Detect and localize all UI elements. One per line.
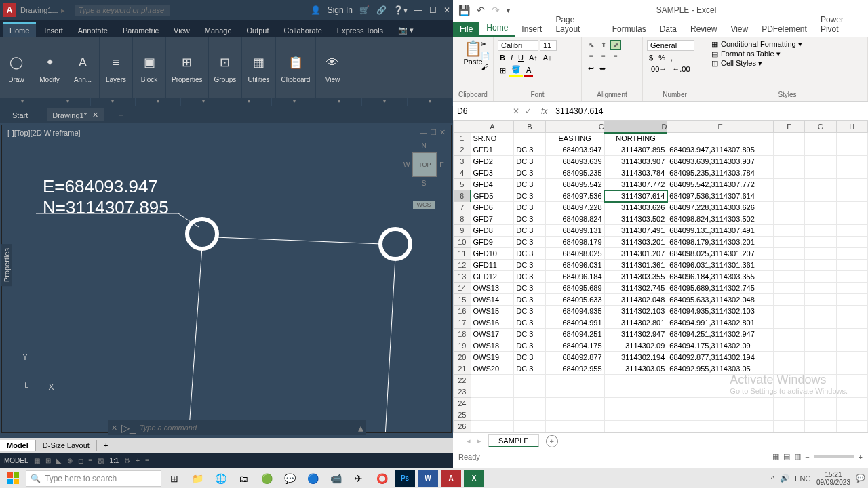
cell-a8[interactable]: GFD7: [471, 214, 514, 225]
acad-tab-express tools[interactable]: Express Tools: [330, 24, 390, 37]
cell-c20[interactable]: 684092.877: [545, 352, 604, 363]
row-header-8[interactable]: 8: [454, 214, 471, 225]
cell-a6[interactable]: GFD5: [471, 190, 514, 202]
ribbon-expand-icon[interactable]: ▾: [45, 98, 91, 106]
command-input[interactable]: [138, 422, 358, 433]
col-header-C[interactable]: C: [545, 121, 604, 133]
grow-font-icon[interactable]: A↑: [527, 53, 540, 62]
xl-tab-insert[interactable]: Insert: [515, 22, 549, 37]
cell-e6[interactable]: 684097.536,3114307.614: [667, 190, 774, 202]
row-header-2[interactable]: 2: [454, 144, 471, 156]
vp-close-icon[interactable]: ✕: [439, 128, 446, 137]
cell-c14[interactable]: 684095.689: [545, 283, 604, 294]
row-header-11[interactable]: 11: [454, 248, 471, 260]
cart-icon[interactable]: 🛒: [359, 5, 370, 15]
cell-a17[interactable]: OWS16: [471, 317, 514, 329]
node-2[interactable]: [378, 227, 412, 261]
ribbon-utilities[interactable]: ▦Utilities: [242, 37, 275, 98]
increase-decimal-icon[interactable]: .00→: [647, 64, 669, 74]
cell-b16[interactable]: DC 3: [514, 306, 545, 317]
zoom-out-icon[interactable]: −: [805, 453, 809, 461]
cell-d7[interactable]: 3114303.626: [604, 202, 667, 214]
drawing-tab[interactable]: Drawing1* ✕: [47, 108, 104, 121]
signin-icon[interactable]: 👤: [311, 5, 321, 15]
save-icon[interactable]: 💾: [458, 5, 470, 16]
undo-icon[interactable]: ↶: [477, 5, 485, 16]
cell-c15[interactable]: 684095.633: [545, 294, 604, 306]
cell-e11[interactable]: 684098.025,3114301.207: [667, 248, 774, 260]
copy-icon[interactable]: 📄: [481, 52, 490, 60]
font-size-select[interactable]: 11: [540, 40, 557, 51]
properties-palette-tab[interactable]: Properties: [1, 244, 12, 286]
network-icon[interactable]: 🔊: [780, 474, 789, 483]
row-header-24[interactable]: 24: [454, 398, 471, 409]
drawing-canvas[interactable]: [-][Top][2D Wireframe] — ☐ ✕ N W TOP E S…: [1, 125, 452, 433]
lineweight-icon[interactable]: ≡: [89, 457, 93, 464]
cell-d3[interactable]: 3114303.907: [604, 156, 667, 167]
osnap-icon[interactable]: ◻: [78, 457, 83, 464]
number-format-select[interactable]: General: [647, 40, 694, 51]
cell-a12[interactable]: GFD11: [471, 260, 514, 271]
merge-icon[interactable]: ⬌: [597, 64, 608, 74]
row-header-22[interactable]: 22: [454, 375, 471, 386]
cell-b8[interactable]: DC 3: [514, 214, 545, 225]
snap-icon[interactable]: ⊞: [45, 457, 51, 464]
cell-e15[interactable]: 684095.633,3114302.048: [667, 294, 774, 306]
format-as-table-button[interactable]: ▤Format as Table ▾: [711, 49, 863, 58]
menu-icon[interactable]: ≡: [145, 457, 149, 464]
col-header-G[interactable]: G: [805, 121, 836, 133]
fx-icon[interactable]: fx: [541, 106, 547, 116]
cell-e18[interactable]: 684094.251,3114302.947: [667, 329, 774, 340]
ortho-icon[interactable]: ◣: [56, 457, 62, 464]
cell-c6[interactable]: 684097.536: [545, 190, 604, 202]
cell-c17[interactable]: 684094.991: [545, 317, 604, 329]
polar-icon[interactable]: ⊕: [67, 457, 73, 464]
normal-view-icon[interactable]: ▦: [772, 452, 779, 461]
cell-d20[interactable]: 3114302.194: [604, 352, 667, 363]
ribbon-clipboard[interactable]: 📋Clipboard: [276, 37, 317, 98]
col-header-D[interactable]: D: [604, 121, 667, 133]
redo-icon[interactable]: ↷: [492, 5, 500, 16]
cell-c18[interactable]: 684094.251: [545, 329, 604, 340]
cell-d18[interactable]: 3114302.947: [604, 329, 667, 340]
cell-c21[interactable]: 684092.955: [545, 363, 604, 375]
cell-b14[interactable]: DC 3: [514, 283, 545, 294]
ribbon-block[interactable]: ▣Block: [133, 37, 166, 98]
xl-tab-file[interactable]: File: [453, 22, 479, 37]
fx-cancel-icon[interactable]: ✕: [513, 106, 519, 116]
currency-icon[interactable]: $: [647, 53, 655, 62]
cell-c11[interactable]: 684098.025: [545, 248, 604, 260]
viewport-label[interactable]: [-][Top][2D Wireframe]: [7, 129, 81, 137]
cell-d13[interactable]: 3114303.355: [604, 271, 667, 283]
cmd-close-icon[interactable]: ✕: [111, 424, 117, 432]
app-icon[interactable]: 🔵: [302, 470, 323, 487]
ribbon-expand-icon[interactable]: ▾: [91, 98, 136, 106]
status-model[interactable]: MODEL: [4, 457, 28, 464]
close-icon[interactable]: ✕: [443, 5, 450, 15]
cell-d19[interactable]: 3114302.09: [604, 340, 667, 352]
name-box[interactable]: D6: [453, 105, 507, 117]
sheet-nav-prev-icon[interactable]: ◂: [467, 436, 471, 445]
cell-a10[interactable]: GFD9: [471, 237, 514, 248]
decrease-decimal-icon[interactable]: ←.00: [670, 64, 692, 74]
cell-c10[interactable]: 684098.179: [545, 237, 604, 248]
row-header-16[interactable]: 16: [454, 306, 471, 317]
cell-e5[interactable]: 684095.542,3114307.772: [667, 179, 774, 190]
cell-c13[interactable]: 684096.184: [545, 271, 604, 283]
row-header-13[interactable]: 13: [454, 271, 471, 283]
cell-a3[interactable]: GFD2: [471, 156, 514, 167]
cell-a5[interactable]: GFD4: [471, 179, 514, 190]
ribbon-expand-icon[interactable]: ▾: [408, 98, 453, 106]
cell-e17[interactable]: 684094.991,3114302.801: [667, 317, 774, 329]
cell-b10[interactable]: DC 3: [514, 237, 545, 248]
xl-tab-review[interactable]: Review: [684, 22, 724, 37]
row-header-21[interactable]: 21: [454, 363, 471, 375]
cell-a11[interactable]: GFD10: [471, 248, 514, 260]
cell-d16[interactable]: 3114302.103: [604, 306, 667, 317]
align-top-left[interactable]: ⬉: [586, 40, 597, 50]
node-1[interactable]: [185, 217, 219, 251]
ribbon-groups[interactable]: ⊡Groups: [209, 37, 243, 98]
cell-b2[interactable]: DC 3: [514, 144, 545, 156]
cell-c2[interactable]: 684093.947: [545, 144, 604, 156]
cell-d15[interactable]: 3114302.048: [604, 294, 667, 306]
